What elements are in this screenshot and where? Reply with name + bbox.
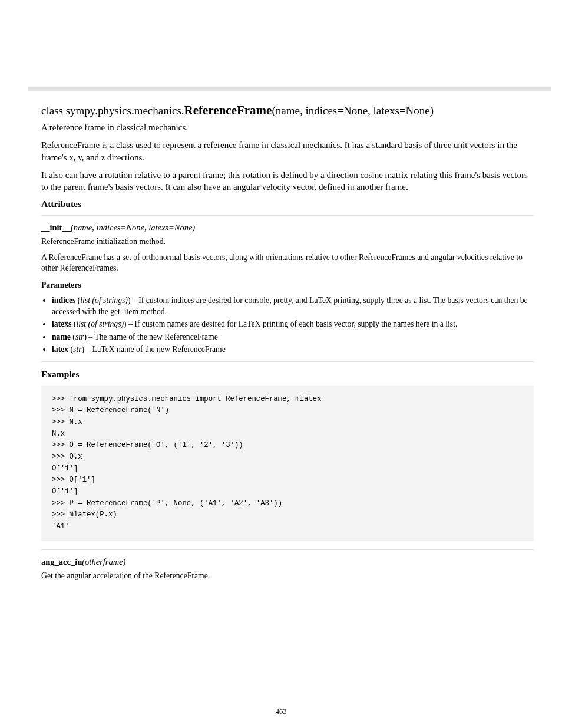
parameters-list: indices (list (of strings)) – If custom … [41,295,534,355]
divider [41,215,534,216]
list-item: indices (list (of strings)) – If custom … [52,295,534,317]
main-content: class sympy.physics.mechanics.ReferenceF… [41,103,534,586]
method-name: ang_acc_in [41,557,82,566]
method-desc-short: ReferenceFrame initialization method. [41,236,534,247]
list-item: latexs (list (of strings)) – If custom n… [52,319,534,330]
page-number: 463 [0,707,562,716]
divider [41,361,534,362]
attributes-heading: Attributes [41,199,534,209]
parameters-heading: Parameters [41,280,534,291]
method-init: __init__(name, indices=None, latexs=None… [41,223,534,541]
class-args: (name, indices=None, latexs=None) [272,104,434,117]
method-desc-long: A ReferenceFrame has a set of orthonorma… [41,252,534,274]
class-desc-medium: ReferenceFrame is a class used to repres… [41,139,534,163]
method-args: (name, indices=None, latexs=None) [71,223,195,232]
class-heading: class sympy.physics.mechanics.ReferenceF… [41,103,534,118]
method-signature: __init__(name, indices=None, latexs=None… [41,223,534,233]
method-ang-acc-in: ang_acc_in(otherframe) Get the angular a… [41,557,534,581]
method-desc: Get the angular acceleration of the Refe… [41,571,534,581]
method-name: __init__ [41,223,71,232]
examples-heading: Examples [41,369,534,380]
class-signature-prefix: class [41,104,66,117]
code-example: >>> from sympy.physics.mechanics import … [41,386,534,541]
page: class sympy.physics.mechanics.ReferenceF… [0,0,562,728]
divider [41,549,534,550]
class-name: ReferenceFrame [184,103,272,117]
method-args: (otherframe) [82,557,125,566]
header-rule [28,87,551,91]
method-signature: ang_acc_in(otherframe) [41,557,534,567]
class-module-path: sympy.physics.mechanics. [66,104,184,117]
list-item: latex (str) – LaTeX name of the new Refe… [52,344,534,355]
class-desc-short: A reference frame in classical mechanics… [41,121,534,133]
list-item: name (str) – The name of the new Referen… [52,332,534,342]
class-desc-long: It also can have a rotation relative to … [41,169,534,193]
